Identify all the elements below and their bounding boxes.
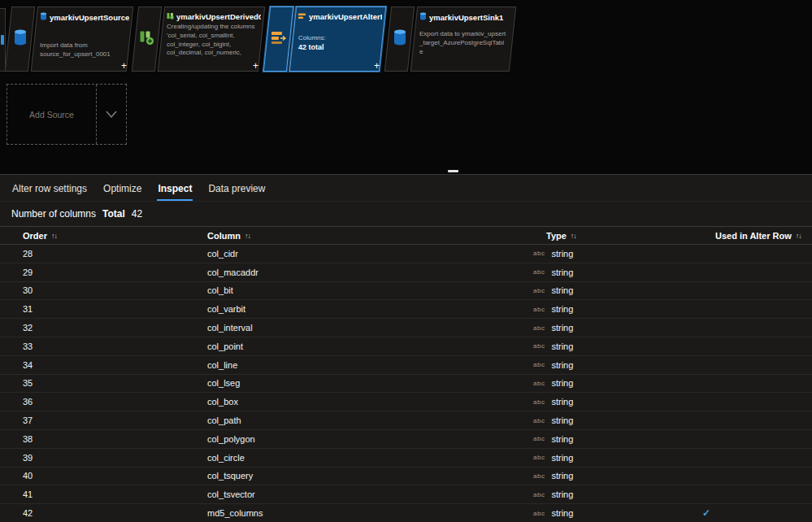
string-type-icon: abc [533,361,545,368]
cell-type-value: string [551,397,573,407]
string-type-icon: abc [533,324,545,332]
cell-type-value: string [551,249,573,259]
panel-resize-handle[interactable] [448,170,458,172]
add-source-button[interactable]: Add Source [7,84,127,145]
table-row[interactable]: 32 col_interval abc string [0,319,812,337]
cell-type-value: string [551,323,573,333]
table-row[interactable]: 38 col_polygon abc string [0,430,812,449]
database-icon [1,35,4,45]
table-row[interactable]: 34 col_line abc string [0,356,812,375]
cell-order: 36 [23,393,33,411]
table-row[interactable]: 36 col_box abc string [0,393,812,411]
table-header: Order ↑↓ Column ↑↓ Type ↑↓ Used in Alter… [0,226,812,245]
cell-order: 41 [23,485,33,503]
string-type-icon: abc [533,454,545,461]
tab-optimize[interactable]: Optimize [102,178,142,201]
cell-column: col_polygon [207,430,255,448]
table-row[interactable]: 41 col_tsvector abc string [0,485,812,504]
source-node-icon-box [5,7,35,72]
number-of-columns-label: Number of columns [11,208,96,220]
string-type-icon: abc [533,398,545,406]
table-row[interactable]: 31 col_varbit abc string [0,300,812,319]
cell-type-value: string [551,453,573,463]
cell-type: abc string [533,449,573,467]
table-row[interactable]: 37 col_path abc string [0,411,812,430]
sort-icon[interactable]: ↑↓ [796,232,801,240]
node-derived-column[interactable]: ymarkivUpsertDerivedC... Creating/updati… [135,7,262,72]
add-transformation-button[interactable]: + [121,61,127,71]
total-label: Total [102,208,125,220]
table-row[interactable]: 39 col_circle abc string [0,449,812,468]
cell-type-value: string [551,508,573,518]
check-icon: ✓ [702,507,710,519]
cell-column: col_path [207,411,241,429]
add-transformation-button[interactable]: + [253,61,258,71]
total-value: 42 [132,208,142,220]
cell-type: abc string [533,245,573,263]
node-description: Import data from source_for_upsert_0001 [35,41,129,59]
cell-order: 39 [23,449,33,467]
cell-column: col_circle [207,449,245,467]
table-row[interactable]: 30 col_bit abc string [0,282,812,301]
table-row[interactable]: 35 col_lseg abc string [0,375,812,394]
add-transformation-button[interactable]: + [374,61,380,71]
node-title: ymarkivUpsertSource1 [50,13,129,22]
sink-node-card: ymarkivUpsertSink1 Export data to ymarki… [410,7,516,72]
header-used-in-alter-row[interactable]: Used in Alter Row ↑↓ [715,227,801,244]
cell-type: abc string [533,337,573,355]
alter-row-node-icon-box [263,7,293,72]
cell-order: 40 [23,468,33,485]
node-source[interactable]: ymarkivUpsertSource1 Import data from so… [8,7,130,72]
cell-order: 29 [23,263,33,281]
table-row[interactable]: 29 col_macaddr abc string [0,263,812,282]
cell-type: abc string [533,485,573,503]
cell-type: abc string [533,468,573,485]
table-row[interactable]: 28 col_cidr abc string [0,245,812,263]
cell-column: col_lseg [207,375,240,393]
tab-data-preview[interactable]: Data preview [207,178,266,201]
tab-inspect[interactable]: Inspect [157,178,193,201]
derived-node-card: ymarkivUpsertDerivedC... Creating/updati… [158,7,265,72]
node-title: ymarkivUpsertDerivedC... [176,12,261,21]
cell-order: 32 [23,319,33,337]
node-description: Creating/updating the columns 'col_seria… [162,23,261,58]
string-type-icon: abc [533,342,545,350]
cell-column: col_tsvector [207,485,255,503]
node-sink[interactable]: ymarkivUpsertSink1 Export data to ymarki… [388,7,513,72]
sink-node-icon-box [384,7,415,72]
database-mini-icon [40,12,47,22]
node-title: ymarkivUpsertSink1 [429,13,503,22]
table-body: 28 col_cidr abc string 29 col_macaddr ab… [0,245,812,522]
tab-alter-row-settings[interactable]: Alter row settings [11,178,88,201]
cell-type: abc string [533,504,573,522]
bottom-panel: Alter row settings Optimize Inspect Data… [0,174,812,522]
table-row[interactable]: 42 md5_columns abc string ✓ [0,504,812,522]
header-type[interactable]: Type ↑↓ [546,227,576,244]
derived-column-mini-icon [167,12,174,21]
cell-order: 37 [23,411,33,429]
dataflow-canvas[interactable]: ymarkivUpsertSource1 Import data from so… [0,0,812,174]
columns-summary-bar: Number of columns Total 42 [0,202,812,226]
cell-order: 34 [23,356,33,374]
header-column[interactable]: Column ↑↓ [207,227,250,244]
node-columns-summary: Columns: 42 total [293,34,382,51]
table-row[interactable]: 40 col_tsquery abc string [0,468,812,486]
node-alter-row[interactable]: ymarkivUpsertAlterRow1 Columns: 42 total… [267,7,383,72]
cell-order: 35 [23,375,33,393]
database-mini-icon [419,12,427,22]
string-type-icon: abc [533,287,545,294]
database-icon [13,29,28,49]
chevron-down-icon[interactable] [97,85,126,144]
sort-icon[interactable]: ↑↓ [51,232,57,240]
derived-node-icon-box [132,7,162,72]
add-source-label: Add Source [7,85,96,144]
sort-icon[interactable]: ↑↓ [245,232,250,240]
alter-row-icon [271,31,287,48]
cell-column: md5_columns [207,504,263,522]
sort-icon[interactable]: ↑↓ [571,232,576,240]
cell-type: abc string [533,356,573,374]
cell-type-value: string [551,268,573,277]
cell-type-value: string [551,415,573,425]
header-order[interactable]: Order ↑↓ [23,227,57,244]
table-row[interactable]: 33 col_point abc string [0,337,812,356]
